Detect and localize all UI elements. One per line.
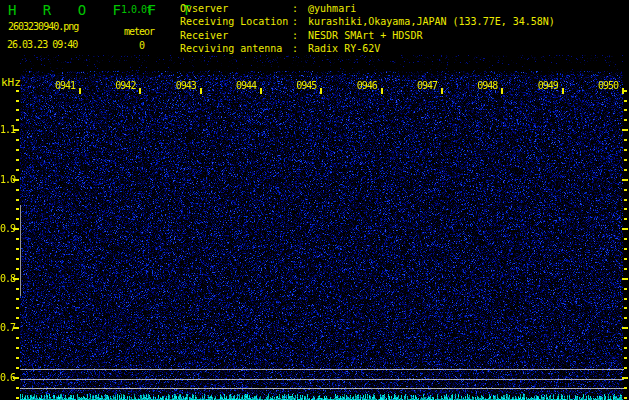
info-separator: : [292,16,298,27]
info-row: Ovserver:@yuhmari [180,2,555,15]
freq-tick-label: 0.6 [0,373,14,383]
info-separator: : [292,30,298,41]
freq-minor-tick-left [16,149,19,151]
freq-minor-tick-left [16,139,19,141]
freq-tick-label: 0.8 [0,274,14,284]
freq-minor-tick-left [16,169,19,171]
freq-tick-label: 1.0 [0,175,14,185]
frequency-axis-unit: kHz [1,76,21,89]
info-label: Receiver [180,29,292,42]
freq-tick-label: 0.7 [0,323,14,333]
freq-minor-tick-left [16,159,19,161]
freq-major-tick-left [13,179,19,181]
freq-minor-tick-left [16,258,19,260]
freq-minor-tick-left [16,337,19,339]
info-value: Radix RY-62V [308,43,380,54]
freq-minor-tick-left [16,357,19,359]
info-separator: : [292,3,298,14]
freq-minor-tick-left [16,218,19,220]
spectrogram-canvas [20,55,629,400]
freq-minor-tick-left [16,307,19,309]
freq-minor-tick-left [16,367,19,369]
freq-minor-tick-left [16,109,19,111]
freq-minor-tick-left [16,347,19,349]
freq-minor-tick-left [16,288,19,290]
observation-datetime: 26.03.23 09:40 [7,39,77,50]
hrofft-window: H R O F F T 1.0.0f 2603230940.png meteor… [0,0,629,400]
freq-tick-label: 0.9 [0,224,14,234]
freq-minor-tick-left [16,90,19,92]
app-version: 1.0.0f [121,4,151,15]
freq-minor-tick-left [16,268,19,270]
freq-minor-tick-left [16,119,19,121]
info-label: Ovserver [180,2,292,15]
freq-major-tick-left [13,228,19,230]
freq-minor-tick-left [16,189,19,191]
info-row: Receiver:NESDR SMArt + HDSDR [180,29,555,42]
freq-major-tick-left [13,278,19,280]
freq-minor-tick-left [16,199,19,201]
freq-minor-tick-left [16,248,19,250]
info-label: Recviving antenna [180,42,292,55]
info-label: Receiving Location [180,15,292,28]
freq-minor-tick-left [16,208,19,210]
observer-info-table: Ovserver:@yuhmariReceiving Location:kura… [180,2,555,56]
info-row: Receiving Location:kurashiki,Okayama,JAP… [180,15,555,28]
app-title: H R O F F T [8,2,200,18]
meteor-counter-value: 0 [139,40,144,51]
output-filename: 2603230940.png [8,21,78,32]
freq-tick-label: 1.1 [0,125,14,135]
freq-minor-tick-left [16,298,19,300]
freq-minor-tick-left [16,317,19,319]
freq-minor-tick-left [16,397,19,399]
freq-major-tick-left [13,327,19,329]
info-separator: : [292,43,298,54]
freq-major-tick-left [13,377,19,379]
meteor-counter-label: meteor [124,26,154,37]
info-row: Recviving antenna:Radix RY-62V [180,42,555,55]
freq-minor-tick-left [16,100,19,102]
freq-major-tick-left [13,129,19,131]
freq-minor-tick-left [16,387,19,389]
info-value: @yuhmari [308,3,356,14]
freq-minor-tick-left [16,238,19,240]
info-value: NESDR SMArt + HDSDR [308,30,422,41]
info-value: kurashiki,Okayama,JAPAN (133.77E, 34.58N… [308,16,555,27]
